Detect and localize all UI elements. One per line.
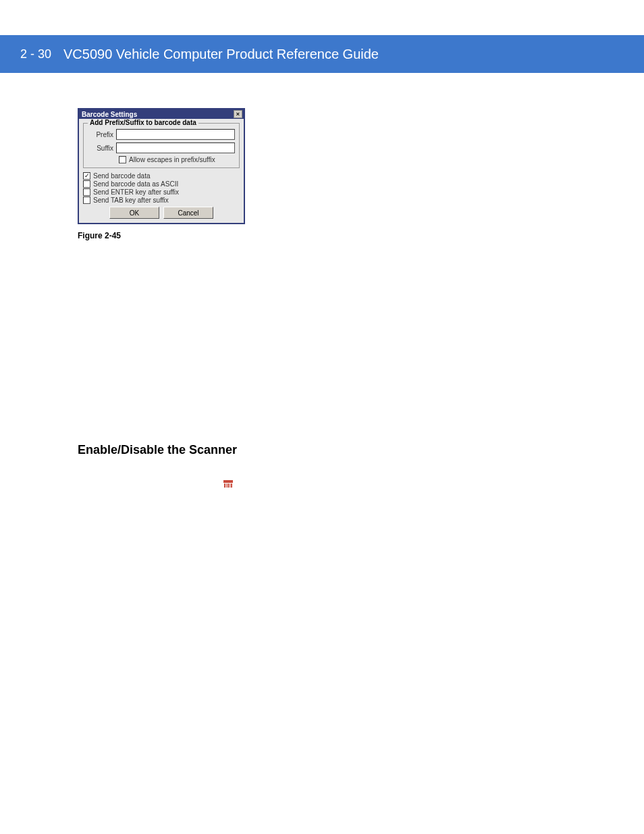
send-ascii-row[interactable]: Send barcode data as ASCII <box>83 180 240 188</box>
send-tab-label: Send TAB key after suffix <box>93 197 169 204</box>
dialog-button-row: OK Cancel <box>79 207 244 219</box>
document-title: VC5090 Vehicle Computer Product Referenc… <box>63 47 379 62</box>
cancel-button[interactable]: Cancel <box>163 207 213 219</box>
checkbox-icon[interactable] <box>83 188 90 196</box>
checkbox-icon[interactable] <box>119 156 126 163</box>
page-header-band: 2 - 30 VC5090 Vehicle Computer Product R… <box>0 35 644 73</box>
barcode-settings-dialog: Barcode Settings × Add Prefix/Suffix to … <box>78 108 245 224</box>
figure-caption: Figure 2-45 <box>78 231 570 240</box>
section-heading: Enable/Disable the Scanner <box>78 443 570 457</box>
prefix-row: Prefix <box>88 129 235 140</box>
dialog-titlebar: Barcode Settings × <box>79 109 244 119</box>
svg-rect-2 <box>224 484 225 488</box>
serialwedge-tray-icon <box>223 480 233 488</box>
send-enter-label: Send ENTER key after suffix <box>93 188 179 196</box>
page-number: 2 - 30 <box>20 47 51 61</box>
allow-escapes-row[interactable]: Allow escapes in prefix/suffix <box>119 156 235 163</box>
prefix-input[interactable] <box>116 129 235 140</box>
suffix-label: Suffix <box>88 145 116 152</box>
paragraph-with-icon <box>78 477 570 491</box>
checkbox-icon[interactable] <box>83 197 90 204</box>
send-barcode-data-row[interactable]: ✓ Send barcode data <box>83 172 240 180</box>
checkbox-icon[interactable] <box>83 180 90 188</box>
svg-rect-4 <box>227 484 229 488</box>
svg-rect-3 <box>226 484 227 488</box>
suffix-row: Suffix <box>88 142 235 153</box>
svg-rect-5 <box>230 484 230 488</box>
allow-escapes-label: Allow escapes in prefix/suffix <box>129 156 215 163</box>
send-enter-row[interactable]: Send ENTER key after suffix <box>83 188 240 196</box>
send-ascii-label: Send barcode data as ASCII <box>93 180 178 188</box>
prefix-label: Prefix <box>88 131 116 138</box>
groupbox-title: Add Prefix/Suffix to barcode data <box>88 119 198 126</box>
send-barcode-data-label: Send barcode data <box>93 172 151 180</box>
checkbox-icon[interactable]: ✓ <box>83 172 90 180</box>
svg-rect-0 <box>223 480 233 483</box>
dialog-title: Barcode Settings <box>82 111 137 118</box>
options-list: ✓ Send barcode data Send barcode data as… <box>83 172 240 204</box>
page-content: Barcode Settings × Add Prefix/Suffix to … <box>78 108 570 491</box>
prefix-suffix-groupbox: Add Prefix/Suffix to barcode data Prefix… <box>83 123 240 168</box>
close-icon[interactable]: × <box>234 110 242 118</box>
svg-rect-6 <box>231 484 232 488</box>
ok-button[interactable]: OK <box>109 207 159 219</box>
suffix-input[interactable] <box>116 142 235 153</box>
send-tab-row[interactable]: Send TAB key after suffix <box>83 197 240 204</box>
